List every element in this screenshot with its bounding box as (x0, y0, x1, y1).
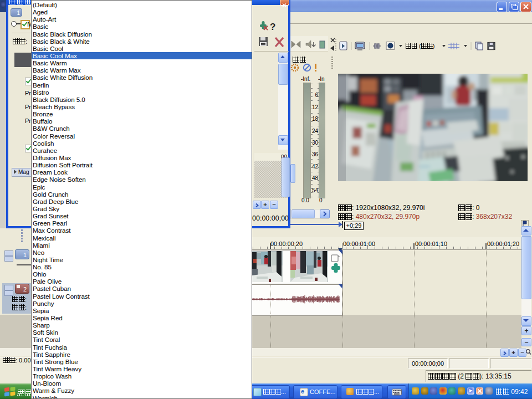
svg-text:?: ? (270, 22, 275, 32)
